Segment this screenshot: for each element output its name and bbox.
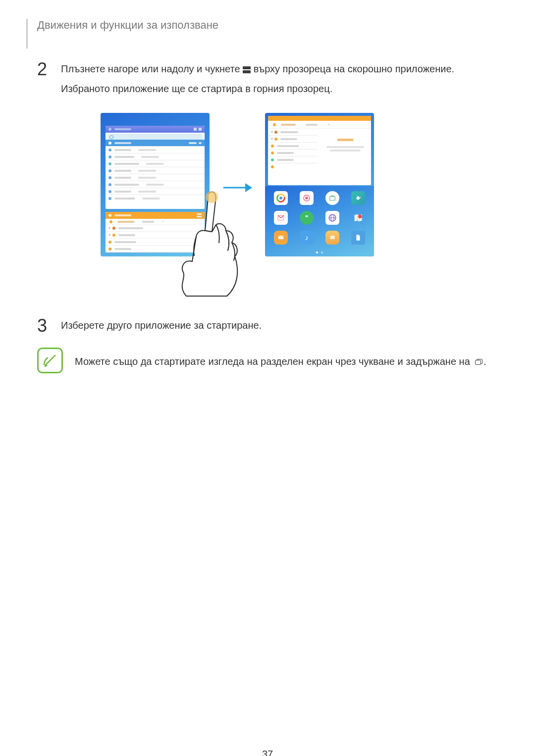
email-icon	[274, 231, 288, 245]
document-icon	[351, 231, 365, 245]
recent-apps-icon	[474, 359, 482, 366]
selected-row	[106, 140, 205, 147]
section-title: Движения и функции за използване	[37, 19, 505, 32]
step2-line1b: върху прозореца на скорошно приложение.	[254, 63, 454, 74]
note-block: Можете също да стартирате изгледа на раз…	[37, 348, 505, 373]
step-number-2: 2	[37, 60, 51, 78]
hand-tap-illustration	[172, 187, 247, 300]
top-left-rule	[27, 19, 27, 49]
page-indicator	[265, 252, 374, 253]
step-2-text: Плъзнете нагоре или надолу и чукнете вър…	[61, 60, 454, 97]
tablet-mockup-right: + ▾ ▾	[265, 113, 374, 256]
step2-line1a: Плъзнете нагоре или надолу и чукнете	[61, 63, 243, 74]
browser-icon	[325, 211, 339, 225]
panel-search	[107, 134, 203, 140]
panel-top-right: + ▾ ▾	[268, 116, 371, 185]
note-icon	[37, 348, 63, 373]
svg-point-13	[206, 191, 218, 203]
note-text-a: Можете също да стартирате изгледа на раз…	[75, 356, 473, 367]
target-icon	[300, 191, 314, 205]
hangouts-icon: ❞	[300, 211, 314, 225]
chrome-icon	[274, 191, 288, 205]
note-text: Можете също да стартирате изгледа на раз…	[75, 353, 486, 369]
step-2: 2 Плъзнете нагоре или надолу и чукнете в…	[37, 60, 505, 97]
files-icon	[325, 231, 339, 245]
figure-area: + ▾ ▾ +	[101, 113, 467, 301]
svg-point-8	[305, 197, 308, 199]
split-view-icon	[243, 66, 251, 73]
gmail-icon	[274, 211, 288, 225]
step-number-3: 3	[37, 317, 51, 335]
maps-icon	[351, 211, 365, 225]
step-3-text: Изберете друго приложение за стартиране.	[61, 317, 262, 334]
step2-line2: Избраното приложение ще се стартира в го…	[61, 83, 332, 94]
page-number: 37	[0, 749, 535, 756]
svg-point-6	[279, 197, 282, 200]
s-health-icon	[351, 191, 365, 205]
step-3: 3 Изберете друго приложение за стартиран…	[37, 317, 505, 335]
home-area-right: ❞ ♪	[265, 186, 374, 256]
note-text-b: .	[483, 356, 486, 367]
panel-header-blue	[106, 126, 205, 133]
svg-point-12	[358, 215, 362, 218]
music-icon: ♪	[300, 231, 314, 245]
galaxy-apps-icon	[325, 191, 339, 205]
